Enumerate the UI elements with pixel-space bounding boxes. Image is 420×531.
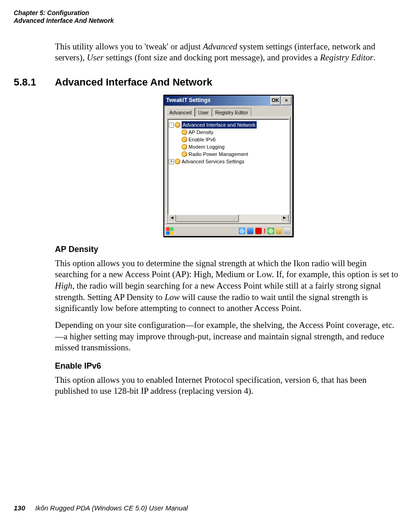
gear-icon [175,122,180,128]
scroll-right-button[interactable]: ► [280,215,289,222]
tree-label: Enable IPv6 [188,136,215,143]
tree-label: Radio Power Management [188,150,248,158]
tree-label: Advanced Services Settings [182,158,244,165]
gear-icon [182,144,187,150]
network-icon[interactable] [247,228,253,234]
intro-text-d: . [373,53,376,62]
tree-node-modem-logging[interactable]: Modem Logging [169,143,287,150]
ap-text-a: This option allows you to determine the … [55,258,398,279]
page-footer: 130Ikôn Rugged PDA (Windows CE 5.0) User… [14,504,188,512]
ap-italic-high: High [55,281,72,290]
ap-italic-low: Low [165,292,180,302]
intro-italic-user: User [87,53,104,62]
intro-text-c: settings (font size and docking port mes… [104,53,320,62]
header-section: Advanced Interface And Network [14,17,406,25]
collapse-icon[interactable]: - [169,123,174,128]
dialog-titlebar[interactable]: TweakIT Settings OK × [164,96,292,106]
page-number: 130 [14,504,25,512]
enable-ipv6-heading: Enable IPv6 [55,361,402,371]
system-tray: ! [239,228,291,234]
globe-icon[interactable] [239,228,245,234]
gear-icon [182,137,187,142]
tab-panel: - Advanced Interface and Network AP Dens… [166,117,291,224]
tab-user[interactable]: User [195,108,212,117]
gear-icon [175,159,180,164]
ok-button[interactable]: OK [270,96,280,105]
exclamation-icon[interactable]: ! [264,228,266,234]
gear-icon [182,151,187,157]
ap-density-heading: AP Density [55,244,402,255]
intro-italic-registry: Registry Editor [320,53,373,62]
header-chapter: Chapter 5: Configuration [14,9,406,17]
tweakit-dialog: TweakIT Settings OK × Advanced User Regi… [163,95,293,237]
card-icon[interactable] [276,228,282,234]
tree-label: Modem Logging [188,143,225,150]
globe2-icon[interactable] [268,228,274,234]
expand-icon[interactable]: + [169,159,174,164]
tree-node-ap-density[interactable]: AP Density [169,129,287,136]
intro-text-a: This utility allows you to 'tweak' or ad… [55,42,203,51]
section-number: 5.8.1 [14,76,55,88]
taskbar[interactable]: ! [164,225,292,236]
plug-icon[interactable] [284,228,291,234]
manual-title: Ikôn Rugged PDA (Windows CE 5.0) User Ma… [35,504,188,512]
tree-view[interactable]: - Advanced Interface and Network AP Dens… [167,119,289,222]
tree-node-advanced-interface[interactable]: - Advanced Interface and Network [169,121,287,129]
alert-icon[interactable] [255,228,262,234]
start-button[interactable] [166,227,173,235]
tree-label: AP Density [188,129,213,136]
scroll-thumb[interactable] [176,215,239,222]
section-title: Advanced Interface And Network [55,76,212,88]
section-heading: 5.8.1Advanced Interface And Network [14,76,406,88]
tree-node-enable-ipv6[interactable]: Enable IPv6 [169,136,287,143]
ap-density-paragraph-1: This option allows you to determine the … [55,258,402,314]
gear-icon [182,129,187,135]
dialog-title: TweakIT Settings [166,97,269,104]
intro-italic-advanced: Advanced [203,42,237,51]
tab-strip: Advanced User Registry Editor [164,106,292,117]
ap-density-paragraph-2: Depending on your site configuration—for… [55,320,402,354]
tab-advanced[interactable]: Advanced [166,107,195,117]
enable-ipv6-paragraph: This option allows you to enabled Intern… [55,375,402,397]
tree-label: Advanced Interface and Network [182,121,257,129]
scroll-track[interactable] [176,215,280,222]
scroll-left-button[interactable]: ◄ [168,215,176,222]
running-header: Chapter 5: Configuration Advanced Interf… [14,9,406,25]
intro-paragraph: This utility allows you to 'tweak' or ad… [55,41,402,64]
tree-node-radio-power[interactable]: Radio Power Management [169,150,287,158]
tab-registry-editor[interactable]: Registry Editor [212,108,251,117]
close-button[interactable]: × [281,96,291,105]
tree-node-advanced-services[interactable]: + Advanced Services Settings [169,158,287,165]
horizontal-scrollbar[interactable]: ◄ ► [168,215,289,222]
